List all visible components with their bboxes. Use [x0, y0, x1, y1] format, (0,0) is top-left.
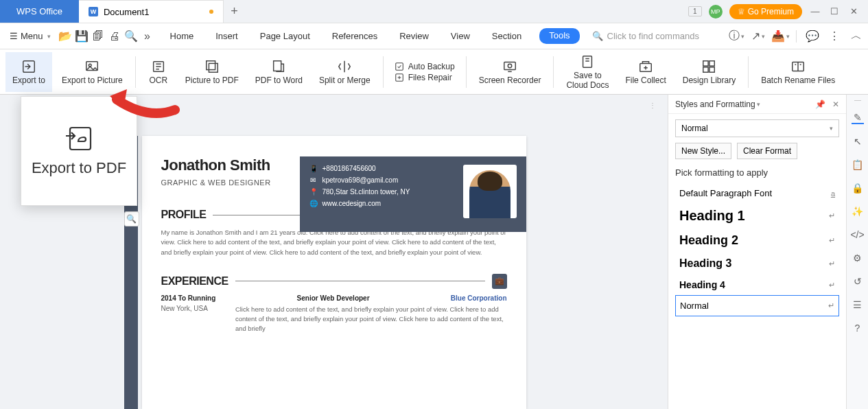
open-folder-icon[interactable]: 📂 — [59, 30, 71, 43]
design-library-button[interactable]: Design Library — [676, 52, 742, 92]
tab-references[interactable]: References — [328, 28, 382, 44]
separator — [383, 56, 384, 88]
paragraph-mark-icon: ↵ — [829, 281, 835, 290]
style-normal[interactable]: Normal↵ — [675, 295, 839, 316]
add-tab-button[interactable]: + — [224, 0, 244, 23]
chevron-down-icon[interactable]: ▾ — [757, 101, 760, 108]
exp-location: New York, USA — [161, 305, 208, 334]
tab-view[interactable]: View — [447, 28, 474, 44]
svg-rect-9 — [504, 62, 516, 69]
save-icon[interactable]: 💾 — [75, 30, 88, 43]
style-heading-4[interactable]: Heading 4↵ — [675, 274, 839, 295]
main-menu-button[interactable]: ☰ Menu ▾ — [5, 28, 55, 44]
export-to-icon — [21, 59, 36, 74]
rail-clipboard-icon[interactable]: 📋 — [852, 159, 864, 171]
export-to-picture-button[interactable]: Export to Picture — [55, 52, 130, 92]
split-merge-button[interactable]: Split or Merge — [312, 52, 377, 92]
email-icon: ✉ — [309, 176, 317, 184]
cloud-icon[interactable]: 📥▾ — [774, 30, 786, 43]
maximize-button[interactable]: ☐ — [828, 6, 841, 16]
batch-rename-button[interactable]: Batch Rename Files — [754, 52, 842, 92]
new-style-button[interactable]: New Style... — [675, 143, 731, 159]
svg-rect-13 — [703, 60, 708, 65]
save-to-cloud-button[interactable]: Save to Cloud Docs — [559, 52, 615, 92]
separator — [135, 56, 136, 88]
kebab-icon[interactable]: ⋮ — [828, 30, 841, 43]
chevron-down-icon: ▾ — [830, 125, 833, 132]
rail-sliders-icon[interactable]: ⚙ — [852, 252, 864, 264]
svg-rect-15 — [703, 67, 708, 71]
menu-tabs: Home Insert Page Layout References Revie… — [166, 28, 580, 44]
tab-tools[interactable]: Tools — [539, 28, 579, 44]
exp-role: Senior Web Developer — [297, 294, 370, 302]
pin-icon[interactable]: 📌 — [815, 100, 825, 109]
export-to-button[interactable]: Export to — [5, 52, 52, 92]
style-heading-2[interactable]: Heading 2↵ — [675, 229, 839, 253]
print-icon[interactable]: 🖨 — [108, 30, 121, 43]
current-style-select[interactable]: Normal ▾ — [675, 119, 839, 137]
rail-edit-icon[interactable]: ✎ — [852, 112, 864, 124]
tab-page-layout[interactable]: Page Layout — [256, 28, 314, 44]
window-count-badge[interactable]: 1 — [688, 6, 702, 16]
separator — [748, 56, 749, 88]
export-icon[interactable]: ↗▾ — [752, 30, 764, 43]
search-icon: 🔍 — [592, 31, 603, 41]
files-repair-button[interactable]: Files Repair — [395, 73, 455, 82]
paragraph-mark-icon: ↵ — [829, 259, 835, 268]
user-avatar[interactable]: MP — [709, 5, 723, 19]
style-default-paragraph[interactable]: Default Paragraph Fonta — [675, 183, 839, 203]
split-merge-icon — [337, 59, 352, 74]
rail-sparkle-icon[interactable]: ✨ — [852, 205, 864, 218]
chevron-down-icon: ▾ — [47, 33, 51, 40]
batch-rename-icon — [790, 59, 806, 74]
ruler-handle-icon[interactable]: ⋮ — [649, 102, 656, 109]
share-icon[interactable]: ⓘ▾ — [730, 30, 742, 43]
exp-date: 2014 To Running — [161, 294, 216, 302]
close-panel-icon[interactable]: ✕ — [832, 100, 839, 109]
file-collect-button[interactable]: File Collect — [618, 52, 672, 92]
tools-ribbon: Export to Export to Picture OCR Picture … — [0, 49, 868, 95]
tab-section[interactable]: Section — [488, 28, 526, 44]
rail-code-icon[interactable]: </> — [852, 229, 864, 241]
tab-home[interactable]: Home — [166, 28, 198, 44]
rail-cursor-icon[interactable]: ↖ — [852, 135, 864, 148]
separator — [466, 56, 467, 88]
rail-list-icon[interactable]: ☰ — [852, 299, 864, 311]
style-heading-1[interactable]: Heading 1↵ — [675, 203, 839, 229]
screen-recorder-button[interactable]: Screen Recorder — [472, 52, 548, 92]
paragraph-mark-icon: ↵ — [829, 236, 835, 245]
minimize-button[interactable]: — — [809, 6, 821, 16]
rail-lock-icon[interactable]: 🔒 — [852, 182, 864, 194]
tab-review[interactable]: Review — [395, 28, 433, 44]
profile-photo — [463, 165, 517, 218]
app-tab[interactable]: WPS Office — [0, 0, 79, 23]
ocr-button[interactable]: OCR — [141, 52, 176, 92]
command-search[interactable]: 🔍 Click to find commands — [592, 31, 699, 41]
export-pdf-popup[interactable]: Export to PDF — [21, 96, 137, 206]
globe-icon: 🌐 — [309, 200, 317, 207]
auto-backup-button[interactable]: Auto Backup — [395, 62, 455, 71]
go-premium-button[interactable]: ♕ Go Premium — [729, 4, 802, 19]
rail-history-icon[interactable]: ↺ — [852, 275, 864, 288]
svg-rect-11 — [583, 56, 592, 67]
section-divider — [235, 281, 485, 281]
panel-title: Styles and Formatting — [675, 100, 755, 109]
crown-icon: ♕ — [738, 7, 745, 16]
style-heading-3[interactable]: Heading 3↵ — [675, 253, 839, 274]
close-window-button[interactable]: ✕ — [847, 6, 860, 16]
paragraph-mark-icon: ↵ — [828, 301, 834, 310]
picture-to-pdf-button[interactable]: Picture to PDF — [178, 52, 246, 92]
rail-separator — [854, 100, 861, 101]
more-quick-icon[interactable]: » — [141, 30, 154, 43]
page-search-icon[interactable]: 🔍 — [124, 211, 139, 226]
collapse-ribbon-icon[interactable]: ︿ — [850, 30, 863, 43]
document-tab[interactable]: W Document1 — [79, 0, 224, 23]
comment-icon[interactable]: 💬 — [806, 30, 819, 43]
svg-rect-6 — [274, 60, 281, 71]
tab-insert[interactable]: Insert — [211, 28, 242, 44]
rail-help-icon[interactable]: ? — [852, 322, 864, 334]
pdf-to-word-button[interactable]: PDF to Word — [248, 52, 309, 92]
clear-format-button[interactable]: Clear Format — [737, 143, 797, 159]
print-preview-icon[interactable]: 🔍 — [125, 30, 137, 43]
print-quick-icon[interactable]: 🗐 — [92, 30, 104, 43]
